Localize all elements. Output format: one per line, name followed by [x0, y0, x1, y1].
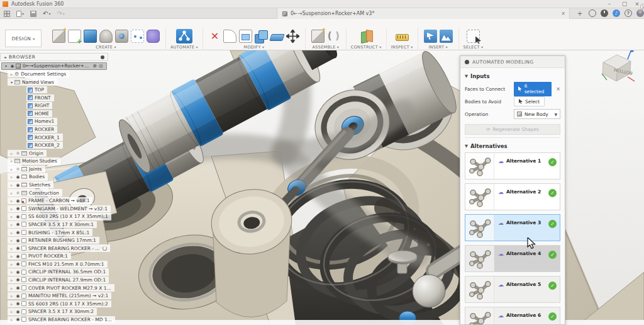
visibility-eye-icon[interactable]: ◉ [14, 206, 21, 211]
alternative-row[interactable]: ☁ Alternative 3 ✓ [465, 214, 560, 241]
automate-menu[interactable]: AUTOMATE [170, 45, 198, 50]
new-component-icon[interactable] [52, 30, 65, 43]
modify-menu[interactable]: MODIFY [244, 45, 265, 50]
clear-selection-icon[interactable]: × [556, 86, 560, 92]
expand-arrow-icon[interactable] [9, 207, 14, 211]
browser-tree-item[interactable]: ◉ SWINGARM - WELDMENT → v32:1 [8, 205, 111, 212]
expand-arrow-icon[interactable] [9, 159, 14, 163]
expand-arrow-icon[interactable] [9, 254, 14, 258]
browser-header[interactable]: ◂▸ BROWSER [0, 53, 108, 61]
target-icon[interactable]: ◎ [99, 63, 103, 69]
alternative-row[interactable]: ☁ Alternative 2 ✓ [465, 183, 560, 210]
inspect-menu[interactable]: INSPECT [391, 45, 413, 50]
data-panel-button[interactable] [4, 11, 10, 17]
visibility-eye-icon[interactable]: ◉ [14, 198, 21, 203]
browser-filter-icon[interactable] [101, 55, 104, 59]
expand-arrow-icon[interactable] [9, 167, 14, 171]
expand-arrow-icon[interactable] [9, 222, 14, 227]
file-menu-button[interactable]: ▾ [16, 11, 24, 17]
browser-tree-item[interactable]: ◉ Motion Studies [8, 157, 60, 164]
regenerate-shapes-button[interactable]: ⟳ Regenerate Shapes [465, 124, 560, 135]
insert-menu[interactable]: INSERT [428, 45, 447, 50]
assemble-menu[interactable]: ASSEMBLE [313, 45, 340, 50]
browser-tree-item[interactable]: ◉ CIRCLIP INTERNAL 27.9mm OD:1 [8, 277, 109, 283]
undo-button[interactable]: ↶▾ [43, 11, 50, 17]
visibility-eye-icon[interactable]: ◉ [9, 64, 16, 69]
visibility-eye-icon[interactable]: ◉ [14, 238, 21, 243]
browser-tree-item[interactable]: ◉ ROCKER_2 [26, 142, 63, 149]
alternative-row[interactable]: ☁ Alternative 4 ✓ [465, 245, 560, 272]
workspace-selector[interactable]: DESIGN▾ [5, 30, 42, 47]
combine-icon[interactable] [255, 30, 268, 43]
visibility-eye-icon[interactable]: ◉ [14, 285, 21, 290]
browser-tree-item[interactable]: ◉ PIVOT ROCKER:1 [8, 253, 71, 259]
select-menu[interactable]: SELECT [464, 45, 484, 50]
visibility-eye-icon[interactable]: ◉ [14, 301, 21, 306]
browser-tree-item[interactable]: ◉ TOP [26, 86, 47, 93]
browser-tree-item[interactable]: ◉ SPACER BEARING ROCKER - ... [8, 244, 110, 251]
insert-canvas-icon[interactable] [440, 30, 453, 43]
browser-tree-item[interactable]: ◉ RIGHT [26, 102, 52, 109]
view-cube[interactable]: BOTTOM [596, 44, 639, 88]
browser-tree-item[interactable]: ◉ Sketches [8, 181, 53, 188]
browser-tree-item[interactable]: ◉ Homev1 [26, 118, 57, 125]
bodies-select-button[interactable]: Select [514, 96, 545, 106]
construction-plane-icon[interactable] [360, 30, 373, 43]
visibility-eye-icon[interactable]: ◉ [14, 151, 21, 156]
visibility-eye-icon[interactable]: ◉ [14, 294, 21, 299]
expand-arrow-icon[interactable] [9, 183, 14, 187]
expand-arrow-icon[interactable] [9, 238, 14, 242]
visibility-eye-icon[interactable]: ◉ [14, 246, 21, 251]
document-tab[interactable]: 0←→Suspension+Rocker+AM v3* × [277, 8, 570, 19]
alternative-row[interactable]: ☁ Alternative 5 ✓ [465, 276, 560, 303]
create-form-icon[interactable] [147, 30, 160, 43]
expand-arrow-icon[interactable] [9, 80, 14, 84]
expand-arrow-icon[interactable] [9, 151, 14, 156]
extrude-icon[interactable] [84, 30, 97, 43]
measure-ruler-icon[interactable] [396, 34, 409, 41]
browser-tree-item[interactable]: ◉ FRAME - CARBON → v48:1 [8, 197, 92, 204]
expand-arrow-icon[interactable] [9, 309, 14, 314]
browser-tree-item[interactable]: ◉ Named Views [8, 78, 57, 85]
alternative-row[interactable]: ☁ Alternative 1 ✓ [465, 152, 560, 180]
move-copy-icon[interactable] [286, 30, 299, 43]
expand-arrow-icon[interactable] [9, 198, 14, 203]
collapse-panel-icon[interactable]: ◂▸ [4, 55, 6, 59]
expand-arrow-icon[interactable] [9, 294, 14, 298]
visibility-eye-icon[interactable]: ◉ [14, 183, 21, 188]
visibility-eye-icon[interactable]: ◉ [14, 277, 21, 282]
offset-face-icon[interactable] [269, 34, 285, 41]
browser-tree-item[interactable]: ◉ FHCS M10 21.5mm X 0.70mm:1 [8, 261, 108, 268]
insert-decal-icon[interactable] [424, 30, 437, 43]
visibility-eye-icon[interactable]: ◉ [14, 190, 21, 195]
browser-tree-item[interactable]: ◉ 0←→Suspension+Rocker+... ⊕◎ [1, 62, 107, 69]
new-tab-button[interactable]: + [575, 9, 584, 18]
hole-icon[interactable] [115, 30, 128, 43]
visibility-eye-icon[interactable]: ◉ [14, 174, 21, 180]
browser-tree-item[interactable]: ◉ BUSHING - 17mm X 85L:1 [8, 229, 92, 236]
expand-arrow-icon[interactable] [9, 191, 14, 195]
create-sketch-icon[interactable] [68, 30, 81, 43]
expand-arrow-icon[interactable] [9, 302, 14, 306]
expand-arrow-icon[interactable] [9, 317, 14, 322]
visibility-eye-icon[interactable]: ◉ [14, 230, 21, 235]
shell-icon[interactable] [239, 30, 252, 43]
close-tab-icon[interactable]: × [561, 11, 565, 16]
redo-button[interactable]: ↷▾ [57, 11, 64, 17]
expand-arrow-icon[interactable] [9, 262, 14, 266]
extensions-icon[interactable] [589, 9, 596, 17]
inputs-section-header[interactable]: ▼ Inputs [465, 73, 560, 79]
faces-selected-button[interactable]: 6 selected [514, 82, 552, 96]
alternative-row[interactable]: ☁ Alternative 6 ✓ [465, 307, 560, 325]
visibility-eye-icon[interactable]: ◉ [14, 166, 21, 171]
maximize-button[interactable]: ▢ [618, 0, 631, 8]
help-icon[interactable]: ? [625, 9, 632, 17]
browser-tree-item[interactable]: ◉ RETAINER BUSHING 17mm:1 [8, 237, 99, 244]
construct-menu[interactable]: CONSTRUCT [351, 45, 382, 50]
visibility-eye-icon[interactable]: ◉ [14, 222, 21, 227]
fillet-icon[interactable] [223, 30, 236, 43]
automated-modeling-icon[interactable] [176, 29, 192, 43]
browser-tree-item[interactable]: ◉ COVER PIVOT ROCKER M27.9 X 1... [8, 284, 114, 291]
visibility-eye-icon[interactable]: ◉ [14, 270, 21, 275]
revolve-icon[interactable] [99, 30, 113, 43]
